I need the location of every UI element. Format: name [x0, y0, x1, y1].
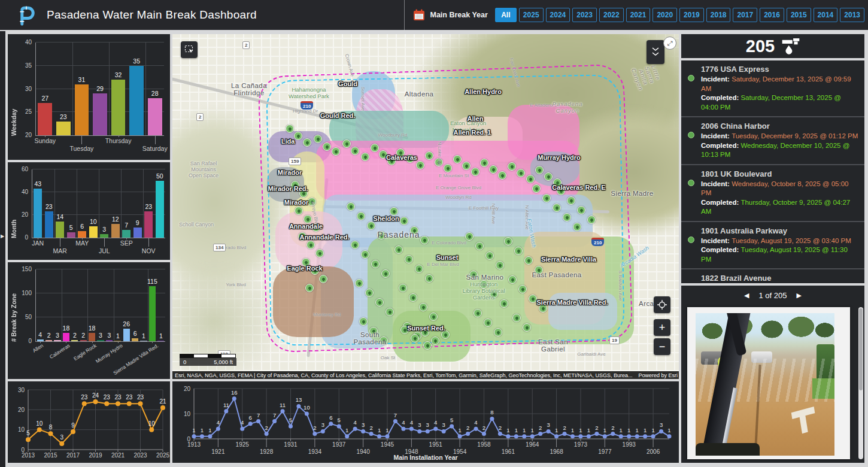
break-marker[interactable]	[390, 207, 398, 216]
data-point[interactable]	[208, 434, 212, 438]
data-point[interactable]	[466, 432, 470, 436]
bar-1[interactable]	[45, 340, 52, 341]
data-point[interactable]	[611, 432, 615, 436]
data-point[interactable]	[216, 427, 220, 431]
break-marker[interactable]	[351, 147, 359, 155]
bar-5[interactable]	[89, 226, 98, 238]
break-marker[interactable]	[512, 314, 521, 322]
data-point[interactable]	[127, 401, 132, 406]
year-button-all[interactable]: All	[495, 8, 517, 22]
data-point[interactable]	[426, 429, 430, 433]
bar-2[interactable]	[56, 222, 64, 238]
bar-10[interactable]	[144, 211, 153, 238]
data-point[interactable]	[48, 431, 53, 436]
break-marker[interactable]	[485, 251, 494, 260]
break-marker[interactable]	[361, 250, 369, 259]
data-point[interactable]	[458, 434, 462, 438]
data-point[interactable]	[200, 434, 204, 438]
year-button-2020[interactable]: 2020	[652, 8, 677, 22]
break-marker[interactable]	[475, 242, 484, 250]
break-marker[interactable]	[423, 341, 432, 350]
break-marker[interactable]	[462, 162, 471, 170]
break-marker[interactable]	[494, 328, 502, 336]
break-marker[interactable]	[306, 241, 315, 249]
break-marker[interactable]	[429, 313, 438, 321]
break-marker[interactable]	[420, 236, 429, 244]
bar-6[interactable]	[148, 98, 162, 135]
data-point[interactable]	[530, 434, 535, 438]
bar-4[interactable]	[111, 80, 126, 135]
bar-8[interactable]	[106, 340, 113, 341]
zoom-out-button[interactable]: −	[654, 338, 670, 355]
bar-7[interactable]	[97, 340, 104, 341]
incident-list-item[interactable]: 1801 UK BoulevardIncident: Wednesday, Oc…	[681, 165, 864, 221]
break-marker[interactable]	[332, 147, 340, 156]
bar-3[interactable]	[93, 93, 107, 135]
break-marker[interactable]	[357, 212, 365, 220]
break-marker[interactable]	[508, 275, 517, 284]
data-point[interactable]	[643, 434, 647, 438]
data-point[interactable]	[82, 401, 87, 406]
data-point[interactable]	[248, 421, 253, 426]
data-point[interactable]	[265, 432, 269, 436]
break-marker[interactable]	[526, 175, 535, 183]
data-point[interactable]	[667, 434, 672, 438]
data-point[interactable]	[296, 404, 301, 408]
break-marker[interactable]	[359, 317, 368, 326]
break-marker[interactable]	[471, 168, 479, 176]
data-point[interactable]	[409, 427, 414, 431]
data-point[interactable]	[256, 419, 260, 423]
data-point[interactable]	[305, 412, 309, 416]
break-marker[interactable]	[347, 202, 355, 211]
break-marker[interactable]	[518, 285, 527, 293]
break-marker[interactable]	[567, 196, 575, 205]
break-marker[interactable]	[496, 261, 504, 269]
data-point[interactable]	[482, 432, 486, 436]
break-marker[interactable]	[305, 284, 314, 292]
break-marker[interactable]	[508, 162, 516, 171]
data-point[interactable]	[272, 419, 277, 423]
break-marker[interactable]	[474, 309, 482, 317]
year-button-2018[interactable]: 2018	[706, 8, 731, 22]
carousel-scrollbar[interactable]	[858, 307, 863, 459]
data-point[interactable]	[160, 405, 165, 410]
data-point[interactable]	[321, 429, 325, 433]
break-marker[interactable]	[465, 232, 474, 241]
break-marker[interactable]	[286, 125, 294, 133]
data-point[interactable]	[594, 432, 599, 436]
bar-7[interactable]	[111, 224, 120, 238]
data-point[interactable]	[659, 429, 663, 433]
data-point[interactable]	[224, 409, 228, 413]
break-marker[interactable]	[375, 298, 384, 307]
data-point[interactable]	[578, 434, 582, 438]
data-point[interactable]	[149, 427, 154, 432]
year-button-2021[interactable]: 2021	[626, 8, 651, 22]
data-point[interactable]	[240, 427, 244, 431]
data-point[interactable]	[635, 434, 639, 438]
incident-list-item[interactable]: 1776 USA ExpressIncident: Saturday, Dece…	[681, 60, 864, 116]
bar-5[interactable]	[80, 340, 87, 341]
bar-2[interactable]	[75, 84, 89, 135]
bar-6[interactable]	[89, 333, 95, 341]
break-marker[interactable]	[419, 303, 427, 311]
break-marker[interactable]	[411, 334, 419, 342]
bar-10[interactable]	[123, 329, 130, 341]
break-marker[interactable]	[523, 323, 531, 332]
break-marker[interactable]	[409, 293, 417, 302]
data-point[interactable]	[570, 434, 575, 438]
zoom-in-button[interactable]: +	[654, 319, 670, 336]
data-point[interactable]	[506, 434, 510, 438]
break-marker[interactable]	[314, 135, 322, 143]
bar-11[interactable]	[132, 338, 138, 341]
data-point[interactable]	[289, 424, 293, 429]
break-marker[interactable]	[319, 275, 327, 283]
data-point[interactable]	[377, 434, 381, 438]
break-marker[interactable]	[365, 289, 374, 297]
break-marker[interactable]	[371, 144, 379, 152]
data-point[interactable]	[514, 434, 518, 438]
sidebar-expand-arrow-icon[interactable]: ▶	[1, 234, 4, 239]
bar-11[interactable]	[156, 181, 164, 238]
bar-2[interactable]	[54, 340, 60, 341]
data-point[interactable]	[26, 437, 31, 442]
break-marker[interactable]	[405, 255, 413, 263]
